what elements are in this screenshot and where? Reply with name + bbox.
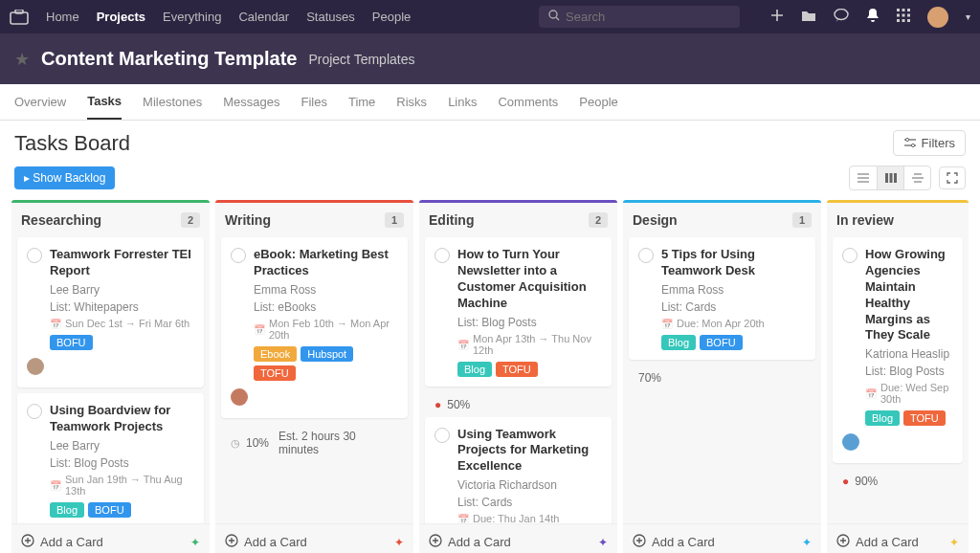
complete-checkbox[interactable] (842, 248, 858, 263)
column-header[interactable]: Researching2 (11, 203, 210, 237)
add-card-button[interactable]: Add a Card✦ (215, 523, 413, 553)
task-card[interactable]: How to Turn Your Newsletter into a Custo… (425, 237, 612, 387)
calendar-icon (661, 318, 673, 329)
complete-checkbox[interactable] (27, 248, 42, 263)
expand-button[interactable] (939, 166, 966, 189)
trigger-icon[interactable]: ✦ (190, 536, 200, 549)
column: Writing1eBook: Marketing Best PracticesE… (215, 200, 413, 553)
tab-risks[interactable]: Risks (396, 84, 427, 120)
card-list: List: Cards (661, 300, 806, 314)
show-backlog-button[interactable]: ▸ Show Backlog (14, 166, 115, 189)
add-card-button[interactable]: Add a Card✦ (11, 523, 210, 553)
task-card[interactable]: Using Boardview for Teamwork ProjectsLee… (17, 393, 204, 523)
project-bar: ★ Content Marketing Template Project Tem… (0, 33, 980, 84)
card-list: List: Blog Posts (50, 456, 194, 470)
tag[interactable]: BOFU (700, 335, 743, 350)
column-header[interactable]: Writing1 (215, 203, 413, 237)
tab-people[interactable]: People (579, 84, 617, 120)
star-icon[interactable]: ★ (14, 49, 30, 70)
column-header[interactable]: Editing2 (419, 203, 617, 237)
task-card[interactable]: How Growing Agencies Maintain Healthy Ma… (833, 237, 963, 463)
column-header[interactable]: In review (827, 203, 969, 237)
search-input[interactable] (566, 10, 730, 24)
tag[interactable]: Blog (661, 335, 696, 350)
trigger-icon[interactable]: ✦ (949, 536, 959, 549)
view-board-icon[interactable] (877, 166, 903, 189)
card-owner: Emma Ross (254, 283, 398, 297)
column-header[interactable]: Design1 (623, 203, 821, 237)
tab-tasks[interactable]: Tasks (87, 84, 122, 120)
add-card-button[interactable]: Add a Card✦ (419, 523, 617, 553)
svg-rect-13 (907, 19, 910, 22)
plus-icon[interactable] (770, 9, 784, 25)
card-list: List: Cards (457, 496, 602, 509)
nav-projects[interactable]: Projects (97, 10, 145, 24)
task-card[interactable]: eBook: Marketing Best PracticesEmma Ross… (221, 237, 408, 418)
svg-rect-12 (902, 19, 905, 22)
chat-icon[interactable] (834, 9, 849, 25)
add-card-button[interactable]: Add a Card✦ (623, 523, 821, 553)
tab-comments[interactable]: Comments (498, 84, 558, 120)
nav-people[interactable]: People (372, 10, 411, 24)
svg-rect-7 (907, 9, 910, 11)
view-compact-icon[interactable] (903, 166, 930, 189)
add-card-button[interactable]: Add a Card✦ (827, 523, 969, 553)
plus-icon (836, 534, 850, 550)
chevron-down-icon[interactable]: ▾ (966, 11, 970, 22)
tag[interactable]: Hubspot (301, 346, 353, 362)
complete-checkbox[interactable] (434, 428, 450, 443)
trigger-icon[interactable]: ✦ (598, 536, 608, 549)
nav-links: Home Projects Everything Calendar Status… (46, 10, 411, 24)
tag[interactable]: Blog (457, 362, 492, 377)
nav-home[interactable]: Home (46, 10, 79, 24)
tag[interactable]: Ebook (254, 346, 297, 362)
nav-calendar[interactable]: Calendar (238, 10, 289, 24)
folder-icon[interactable] (801, 9, 816, 25)
warn-icon: ● (842, 475, 849, 488)
card-tags: BlogBOFU (661, 335, 806, 350)
complete-checkbox[interactable] (434, 248, 450, 263)
svg-rect-23 (894, 173, 897, 183)
tag[interactable]: BOFU (50, 335, 93, 350)
card-date: Due: Thu Jan 14th (457, 513, 602, 523)
task-card[interactable]: Teamwork Forrester TEI ReportLee BarryLi… (17, 237, 204, 387)
task-card[interactable]: 5 Tips for Using Teamwork DeskEmma RossL… (629, 237, 815, 360)
tab-links[interactable]: Links (448, 84, 477, 120)
card-list: List: Blog Posts (457, 316, 602, 329)
complete-checkbox[interactable] (638, 248, 654, 263)
complete-checkbox[interactable] (231, 248, 246, 263)
search-box[interactable] (539, 6, 740, 28)
trigger-icon[interactable]: ✦ (802, 536, 812, 549)
tab-messages[interactable]: Messages (223, 84, 279, 120)
task-card[interactable]: Using Teamwork Projects for Marketing Ex… (425, 417, 612, 523)
progress-pct: 70% (638, 371, 661, 385)
card-tags: BlogBOFU (50, 502, 194, 518)
assignee-avatar[interactable] (231, 388, 248, 406)
nav-statuses[interactable]: Statuses (306, 10, 355, 24)
tag[interactable]: TOFU (903, 410, 946, 426)
tab-overview[interactable]: Overview (14, 84, 66, 120)
filters-button[interactable]: Filters (893, 130, 966, 156)
tag[interactable]: Blog (50, 502, 84, 518)
tag[interactable]: BOFU (88, 502, 131, 518)
nav-everything[interactable]: Everything (163, 10, 221, 24)
view-list-icon[interactable] (850, 166, 877, 189)
tag[interactable]: TOFU (496, 362, 538, 377)
tab-milestones[interactable]: Milestones (143, 84, 202, 120)
tag[interactable]: Blog (865, 410, 900, 426)
assignee-avatar[interactable] (842, 433, 859, 451)
complete-checkbox[interactable] (27, 404, 42, 419)
grid-icon[interactable] (897, 9, 910, 25)
tab-time[interactable]: Time (348, 84, 375, 120)
avatar[interactable] (927, 7, 948, 28)
logo-icon[interactable] (10, 10, 29, 25)
column-summary: 10%Est. 2 hours 30 minutes (221, 424, 408, 462)
column: In reviewHow Growing Agencies Maintain H… (827, 200, 969, 553)
trigger-icon[interactable]: ✦ (394, 536, 404, 549)
tag[interactable]: TOFU (254, 365, 296, 381)
card-title: Using Teamwork Projects for Marketing Ex… (457, 427, 602, 476)
assignee-avatar[interactable] (27, 358, 44, 375)
bell-icon[interactable] (866, 8, 880, 26)
tab-files[interactable]: Files (301, 84, 326, 120)
card-date: Sun Jan 19th → Thu Aug 13th (50, 474, 194, 497)
